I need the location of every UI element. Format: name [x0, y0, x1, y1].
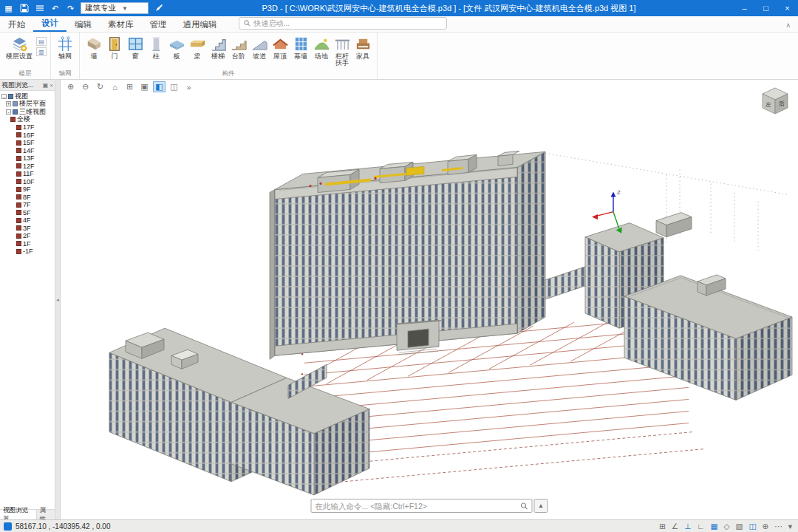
- pan-icon[interactable]: ⊕: [64, 81, 77, 92]
- tool-railing[interactable]: 栏杆扶手: [332, 35, 352, 67]
- tool-stair[interactable]: 楼梯: [208, 35, 228, 60]
- tree-item-floor-11F[interactable]: 11F: [1, 170, 55, 178]
- panel-close-icon[interactable]: ×: [50, 82, 53, 89]
- wireframe-view-icon[interactable]: ◫: [168, 81, 180, 92]
- tree-item-floor-9F[interactable]: 9F: [1, 185, 55, 194]
- command-input[interactable]: [316, 502, 521, 511]
- command-input-box[interactable]: [311, 499, 533, 513]
- building-right-wing[interactable]: [624, 275, 792, 400]
- tree-item-floor-16F[interactable]: 16F: [1, 132, 55, 140]
- 3d-scene[interactable]: Z: [61, 80, 798, 519]
- tree-item-floor-2F[interactable]: 2F: [1, 232, 55, 240]
- tree-item-floor-5F[interactable]: 5F: [1, 209, 55, 217]
- tree-item-floor-8F[interactable]: 8F: [1, 194, 55, 202]
- collapse-icon[interactable]: -: [6, 109, 11, 115]
- panel-pin-icon[interactable]: ▣: [43, 82, 49, 89]
- select-filter-icon[interactable]: ⊞: [659, 522, 666, 531]
- tree-item-floor-13F[interactable]: 13F: [1, 154, 55, 163]
- tree-item-floor-10F[interactable]: 10F: [1, 178, 55, 186]
- tool-furniture[interactable]: 家具: [352, 35, 373, 60]
- ribbon-collapse-icon[interactable]: ∧: [785, 21, 791, 29]
- undo-icon[interactable]: ↶: [50, 3, 61, 14]
- tool-slab[interactable]: 板: [166, 35, 187, 60]
- command-history-button[interactable]: ▲: [534, 499, 548, 513]
- zoom-icon[interactable]: ⊖: [79, 81, 92, 92]
- floor-view-icon: [16, 171, 21, 177]
- tool-wall[interactable]: 墙: [83, 35, 104, 60]
- tab-edit[interactable]: 编辑: [66, 17, 100, 32]
- floor-table-mini-icon[interactable]: ▤: [36, 37, 47, 46]
- shaded-view-icon[interactable]: ▣: [138, 81, 151, 92]
- tree-item-floor-1F[interactable]: 1F: [1, 240, 55, 248]
- ortho-icon[interactable]: ∟: [697, 522, 704, 531]
- tree-item-floor-3F[interactable]: 3F: [1, 225, 55, 233]
- tool-roof[interactable]: 屋顶: [270, 35, 290, 60]
- command-bar: ▲: [311, 499, 548, 513]
- 3d-viewport[interactable]: ⊕⊖↻⌂⊞▣◧◫»: [61, 80, 798, 519]
- maximize-button[interactable]: □: [755, 0, 777, 16]
- object-snap-icon[interactable]: ⊥: [684, 522, 691, 531]
- save-icon[interactable]: [18, 3, 30, 14]
- tree-item-floor-17F[interactable]: 17F: [1, 123, 55, 132]
- floor-label: 8F: [23, 194, 31, 201]
- more-view-tools-icon[interactable]: »: [183, 81, 195, 92]
- grid-display-icon[interactable]: ▦: [711, 522, 718, 531]
- view-cube[interactable]: 左 后: [758, 86, 792, 118]
- tree-item-floor-7F[interactable]: 7F: [1, 201, 55, 209]
- right-connector-bridge[interactable]: [545, 267, 585, 299]
- status-caret-icon[interactable]: ▾: [788, 522, 792, 531]
- tool-beam[interactable]: 梁: [187, 35, 208, 60]
- floor-label: -1F: [23, 248, 33, 255]
- expand-icon[interactable]: +: [6, 101, 11, 106]
- building-main-tower[interactable]: [270, 151, 545, 359]
- search-icon: [244, 20, 250, 27]
- tree-item-floor-14F[interactable]: 14F: [1, 147, 55, 155]
- tree-item-floor--1F[interactable]: -1F: [1, 248, 55, 256]
- tool-ramp[interactable]: 坡道: [249, 35, 270, 60]
- panel-collapse-strip[interactable]: ◂: [55, 80, 61, 519]
- command-search-icon[interactable]: [521, 502, 528, 510]
- floor-view-icon: [16, 249, 21, 254]
- minimize-button[interactable]: –: [734, 0, 755, 16]
- tab-general-edit[interactable]: 通用编辑: [175, 17, 225, 32]
- tab-start[interactable]: 开始: [0, 17, 33, 32]
- tab-properties[interactable]: 属性: [37, 510, 55, 519]
- view-toolbar: ⊕⊖↻⌂⊞▣◧◫»: [64, 81, 195, 92]
- tool-column[interactable]: 柱: [146, 35, 166, 60]
- tool-window[interactable]: 窗: [125, 35, 146, 60]
- floor-transfer-mini-icon[interactable]: ▥: [36, 47, 47, 56]
- tree-item-floor-4F[interactable]: 4F: [1, 216, 55, 225]
- redo-icon[interactable]: ↷: [65, 3, 76, 14]
- collapse-icon[interactable]: -: [1, 94, 7, 99]
- tree-item-floor-12F[interactable]: 12F: [1, 163, 55, 171]
- tool-curtain-wall[interactable]: 幕墙: [290, 35, 311, 60]
- tab-design[interactable]: 设计: [33, 16, 66, 32]
- window-title: P3D - [ C:\WORK\武汉网安中心-建筑机电全合模.p3d ] - […: [164, 3, 734, 14]
- tool-door[interactable]: 门: [104, 35, 125, 60]
- workspace-icon[interactable]: ⊕: [762, 522, 768, 531]
- polar-track-icon[interactable]: ∠: [672, 522, 678, 531]
- dynamic-input-icon[interactable]: ◇: [723, 522, 729, 531]
- more-status-icon[interactable]: ⋯: [774, 522, 782, 531]
- realistic-view-icon[interactable]: ◧: [153, 81, 166, 92]
- building-left-wing[interactable]: [109, 328, 369, 495]
- tool-floor-settings[interactable]: 楼层设置: [4, 35, 35, 60]
- style-brush-icon[interactable]: [153, 3, 164, 14]
- tool-axis-grid[interactable]: 轴网: [55, 35, 75, 60]
- tool-site[interactable]: 场地: [311, 35, 332, 60]
- home-view-icon[interactable]: ⌂: [109, 81, 121, 92]
- discipline-dropdown[interactable]: 建筑专业 ▼: [81, 2, 149, 14]
- menu-icon[interactable]: [34, 3, 45, 14]
- orbit-icon[interactable]: ↻: [94, 81, 106, 92]
- quick-launch-search[interactable]: 快速启动...: [239, 17, 447, 30]
- hatch-display-icon[interactable]: ▧: [736, 522, 743, 531]
- tab-view-browser[interactable]: 视图浏览器: [0, 510, 37, 519]
- view-box-icon[interactable]: ⊞: [123, 81, 136, 92]
- annotation-icon[interactable]: ◫: [748, 522, 756, 531]
- tool-step[interactable]: 台阶: [228, 35, 249, 60]
- tab-library[interactable]: 素材库: [100, 17, 142, 32]
- tree-item-floor-15F[interactable]: 15F: [1, 139, 55, 147]
- tree-item-whole-building[interactable]: 全楼: [1, 116, 55, 124]
- close-button[interactable]: ×: [777, 0, 798, 16]
- tab-manage[interactable]: 管理: [142, 17, 175, 32]
